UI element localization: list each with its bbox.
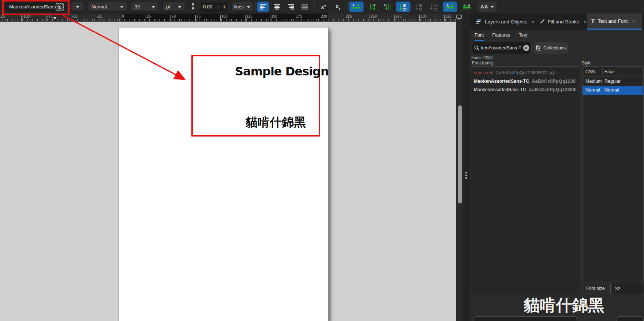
ruler-tick-label: 25 (147, 14, 151, 18)
font-collections-icon: A (536, 45, 541, 51)
font-sample-swatch-icon[interactable] (56, 3, 64, 11)
direction-ltr-button[interactable]: A (443, 1, 457, 12)
horizontal-ruler[interactable]: -125-100-75-50-2502550751001251501752002… (0, 14, 456, 22)
text-orientation-mixed-button[interactable] (427, 1, 441, 12)
close-icon[interactable]: × (632, 18, 635, 24)
subtab-features[interactable]: Features (492, 30, 510, 40)
font-list-item[interactable]: MaokenAssortedSans-TC AaBbCcIiPpQq12369$… (471, 85, 579, 94)
aa-label: AA (481, 4, 488, 10)
font-size-entry[interactable]: 32 (610, 282, 643, 295)
clear-search-icon[interactable]: ✕ (523, 45, 529, 51)
column-divider (602, 68, 603, 76)
subtab-text[interactable]: Text (519, 30, 527, 40)
font-style-value: Normal (91, 4, 107, 10)
align-justify-icon (302, 4, 308, 10)
line-spacing-icon: AA (192, 2, 194, 10)
display-mode-icon[interactable] (456, 15, 462, 20)
vertical-scrollbar[interactable] (456, 22, 464, 321)
tab-text-and-font[interactable]: T Text and Font × (587, 14, 642, 30)
align-justify-button[interactable] (299, 1, 311, 12)
close-icon[interactable]: × (532, 19, 535, 25)
writing-mode-horizontal-button[interactable]: A (349, 1, 364, 12)
ruler-tick-label: -75 (47, 14, 52, 18)
subtab-font[interactable]: Font (475, 30, 484, 41)
writing-mode-vertical-rl-icon: A (369, 4, 376, 10)
font-name: MaokenAssortedSans-TC (474, 79, 529, 84)
text-toolbar: MaokenAssortedSans-TC Normal 32 pt AA 0.… (0, 0, 644, 14)
writing-mode-vertical-rl-button[interactable]: A (366, 1, 379, 12)
ruler-tick-label: 300 (420, 14, 427, 18)
vertical-scrollbar-thumb[interactable] (458, 105, 462, 204)
text-orientation-upright-button[interactable] (396, 1, 411, 12)
text-tool-icon: T (591, 18, 595, 25)
canvas-cjk-text[interactable]: 貓啃什錦黑 (246, 114, 306, 131)
unit-combo[interactable]: pt (162, 2, 185, 12)
spin-minus-button[interactable]: − (217, 4, 220, 10)
close-icon[interactable]: × (584, 19, 587, 25)
spin-plus-button[interactable]: + (222, 4, 226, 10)
style-row[interactable]: Medium Regular (583, 77, 643, 86)
collections-label: Collections (543, 45, 566, 51)
style-css-value: Medium (585, 79, 602, 84)
font-list-item[interactable]: sans serif AaBbCcIiPpQq12369$€¢?.;/() (471, 68, 579, 77)
align-right-icon (288, 4, 294, 10)
text-orientation-sideways-button[interactable] (413, 1, 426, 12)
tab-layers-and-objects[interactable]: Layers and Objects × (472, 14, 538, 30)
font-features-quick-button[interactable]: AA (477, 1, 498, 12)
apply-button-partial[interactable] (617, 316, 644, 321)
font-family-dropdown-button[interactable] (71, 2, 84, 12)
font-size-label: Font size (586, 286, 605, 291)
align-left-button[interactable] (257, 1, 269, 12)
text-dialog-subtabs: Font Features Text (470, 30, 644, 41)
superscript-button[interactable]: xy (317, 1, 330, 12)
align-center-button[interactable] (271, 1, 283, 12)
face-column-header: Face (604, 69, 615, 74)
svg-text:A: A (468, 4, 470, 7)
canvas-heading-text[interactable]: Sample Design (235, 64, 329, 78)
align-right-button[interactable] (285, 1, 297, 12)
chevron-down-icon (120, 6, 124, 8)
direction-ltr-icon: A (446, 4, 454, 10)
ruler-ticks (0, 19, 456, 21)
ruler-tick-label: 75 (196, 14, 201, 18)
font-search-box[interactable]: ✕ (472, 42, 532, 54)
collections-button[interactable]: A Collections (534, 42, 568, 54)
style-face-value: Regular (604, 79, 621, 84)
preview-entry-partial[interactable] (473, 316, 577, 321)
font-family-input[interactable]: MaokenAssortedSans-TC (5, 2, 66, 12)
spacing-unit-combo[interactable]: lines (231, 2, 253, 12)
font-family-label: Font family (471, 60, 495, 66)
ruler-tick-label: 225 (346, 14, 352, 18)
svg-text:A: A (446, 4, 449, 7)
style-label: Style (581, 60, 593, 66)
ruler-tick-label: 200 (321, 14, 327, 18)
font-style-combo[interactable]: Normal (88, 2, 127, 12)
tab-label: Text and Font (598, 18, 628, 24)
writing-mode-vertical-lr-button[interactable]: A (381, 1, 394, 12)
font-list-item[interactable]: MaokenAssortedSans-TC AaBbCcIiPpQq12369$… (471, 77, 579, 85)
chevron-down-icon (178, 6, 181, 8)
fonts-count: Fonts 4/233 (471, 55, 493, 60)
direction-rtl-button[interactable]: A (460, 1, 473, 12)
text-orientation-sideways-icon (415, 3, 423, 11)
font-name: MaokenAssortedSans-TC (474, 87, 526, 92)
subscript-button[interactable]: xy (332, 1, 345, 12)
svg-text:A: A (538, 46, 540, 50)
dock-splitter[interactable] (463, 14, 470, 321)
font-size-combo[interactable]: 32 (131, 2, 159, 12)
text-orientation-upright-icon (399, 3, 407, 11)
font-family-list[interactable]: sans serif AaBbCcIiPpQq12369$€¢?.;/() Ma… (471, 66, 579, 295)
font-search-input[interactable] (481, 45, 521, 51)
tab-fill-and-stroke[interactable]: Fill and Stroke × (535, 14, 590, 30)
tab-label: Layers and Objects (485, 19, 527, 25)
chevron-down-icon (247, 6, 250, 8)
style-row-selected[interactable]: Normal Normal (583, 86, 643, 95)
search-icon (474, 45, 479, 51)
style-list[interactable]: CSS Face Medium Regular Normal Normal (582, 66, 644, 281)
splitter-grip-icon (465, 171, 467, 180)
ruler-tick-label: 150 (271, 14, 277, 18)
line-spacing-spinner[interactable]: 0.00 − + (201, 2, 228, 12)
direction-rtl-icon: A (463, 4, 471, 10)
ruler-tick-label: 175 (296, 14, 302, 18)
align-center-icon (274, 4, 280, 10)
